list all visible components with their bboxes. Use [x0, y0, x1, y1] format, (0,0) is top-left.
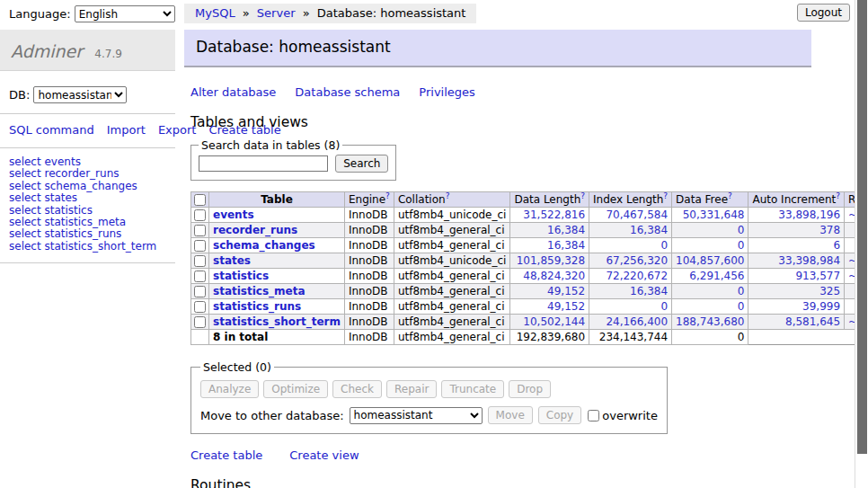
vertical-scrollbar[interactable]	[855, 0, 868, 488]
sidebar-item-select-statistics[interactable]: select statistics	[9, 205, 175, 217]
search-button[interactable]: Search	[335, 155, 388, 173]
cell-collation: utf8mb4_general_ci	[394, 315, 510, 330]
column-header-auto-increment: Auto Increment?	[748, 192, 845, 208]
cell-auto-increment[interactable]: 325	[748, 284, 845, 299]
cell-data-free[interactable]: 0	[672, 299, 748, 315]
tables-heading: Tables and views	[190, 114, 855, 130]
help-link-data-length[interactable]: ?	[580, 192, 585, 201]
cell-auto-increment[interactable]: 39,999	[748, 299, 845, 315]
db-label: DB:	[9, 88, 30, 102]
row-checkbox-schema-changes[interactable]	[194, 240, 206, 252]
cell-auto-increment[interactable]: 378	[748, 223, 845, 238]
toolbar-link-database-schema[interactable]: Database schema	[295, 85, 400, 99]
table-total-row: 8 in total InnoDB utf8mb4_general_ci 192…	[191, 330, 868, 345]
cell-data-length[interactable]: 48,824,320	[510, 269, 589, 284]
overwrite-checkbox[interactable]	[588, 410, 599, 421]
help-link-index-length[interactable]: ?	[663, 192, 668, 201]
cell-data-length[interactable]: 16,384	[510, 223, 589, 238]
sidebar-item-select-recorder-runs[interactable]: select recorder_runs	[9, 168, 175, 180]
cell-auto-increment[interactable]: 6	[748, 238, 845, 253]
table-row-schema-changes: schema_changesInnoDButf8mb4_general_ci16…	[191, 238, 868, 253]
cell-index-length[interactable]: 72,220,672	[589, 269, 672, 284]
cell-auto-increment[interactable]: 913,577	[748, 269, 845, 284]
cell-auto-increment[interactable]: 8,581,645	[748, 315, 845, 330]
link-create-view[interactable]: Create view	[289, 448, 359, 462]
help-link-data-free[interactable]: ?	[728, 192, 732, 201]
cell-index-length[interactable]: 70,467,584	[589, 208, 672, 223]
toolbar-link-privileges[interactable]: Privileges	[419, 85, 475, 99]
table-link-events[interactable]: events	[213, 209, 254, 221]
divider	[0, 147, 175, 148]
cell-data-length[interactable]: 49,152	[510, 299, 589, 315]
cell-data-free[interactable]: 0	[672, 238, 748, 253]
cell-auto-increment[interactable]: 33,898,196	[748, 208, 845, 223]
link-create-table[interactable]: Create table	[190, 448, 262, 462]
sidebar-item-select-events[interactable]: select events	[9, 156, 175, 168]
app-version: 4.7.9	[94, 48, 122, 60]
scrollbar-thumb[interactable]	[857, 0, 867, 454]
cell-data-length[interactable]: 31,522,816	[510, 208, 589, 223]
language-select[interactable]: English	[75, 5, 175, 22]
column-header-table: Table	[209, 192, 345, 208]
cell-index-length[interactable]: 0	[589, 299, 672, 315]
table-row-recorder-runs: recorder_runsInnoDButf8mb4_general_ci16,…	[191, 223, 868, 238]
cell-data-length[interactable]: 10,502,144	[510, 315, 589, 330]
cell-collation: utf8mb4_general_ci	[394, 238, 510, 253]
table-row-statistics-meta: statistics_metaInnoDButf8mb4_general_ci4…	[191, 284, 868, 299]
cell-data-length[interactable]: 16,384	[510, 238, 589, 253]
app-title: Adminer	[11, 41, 83, 61]
toolbar-link-alter-database[interactable]: Alter database	[190, 85, 276, 99]
cell-data-free[interactable]: 188,743,680	[672, 315, 748, 330]
action-button-analyze: Analyze	[200, 380, 259, 398]
sidebar-item-select-states[interactable]: select states	[9, 192, 175, 204]
row-checkbox-states[interactable]	[194, 255, 206, 267]
cell-index-length[interactable]: 0	[589, 238, 672, 253]
move-label: Move to other database:	[200, 409, 344, 422]
cell-index-length[interactable]: 16,384	[589, 223, 672, 238]
table-link-recorder-runs[interactable]: recorder_runs	[213, 224, 297, 236]
select-all-checkbox[interactable]	[194, 194, 206, 206]
breadcrumb-item-server[interactable]: Server	[257, 6, 296, 20]
help-link-auto-increment[interactable]: ?	[836, 192, 840, 201]
row-checkbox-statistics-runs[interactable]	[194, 301, 206, 313]
help-link-collation[interactable]: ?	[446, 192, 450, 201]
sidebar-action-import[interactable]: Import	[107, 123, 146, 137]
cell-auto-increment[interactable]: 33,398,984	[748, 253, 845, 269]
cell-data-length[interactable]: 49,152	[510, 284, 589, 299]
help-link-engine[interactable]: ?	[385, 192, 390, 201]
row-checkbox-recorder-runs[interactable]	[194, 225, 206, 236]
sidebar-item-select-statistics-runs[interactable]: select statistics_runs	[9, 228, 175, 240]
overwrite-label: overwrite	[602, 409, 658, 422]
cell-data-free[interactable]: 0	[672, 284, 748, 299]
cell-index-length[interactable]: 24,166,400	[589, 315, 672, 330]
row-checkbox-statistics-short-term[interactable]	[194, 316, 206, 328]
move-db-select[interactable]: homeassistant	[350, 407, 483, 424]
cell-index-length[interactable]: 67,256,320	[589, 253, 672, 269]
logout-button[interactable]: Logout	[797, 4, 850, 22]
breadcrumb-item-mysql[interactable]: MySQL	[195, 6, 235, 20]
table-link-statistics-runs[interactable]: statistics_runs	[213, 300, 301, 313]
table-link-statistics-short-term[interactable]: statistics_short_term	[213, 315, 341, 328]
db-select[interactable]: homeassistant	[33, 86, 127, 103]
search-input[interactable]	[199, 155, 328, 172]
cell-data-length[interactable]: 101,859,328	[510, 253, 589, 269]
table-link-schema-changes[interactable]: schema_changes	[213, 239, 315, 252]
table-link-statistics[interactable]: statistics	[213, 270, 269, 282]
sidebar-item-select-statistics-short-term[interactable]: select statistics_short_term	[9, 241, 175, 253]
table-link-states[interactable]: states	[213, 254, 251, 267]
table-link-statistics-meta[interactable]: statistics_meta	[213, 285, 306, 297]
cell-data-free[interactable]: 104,857,600	[672, 253, 748, 269]
cell-index-length[interactable]: 16,384	[589, 284, 672, 299]
action-button-optimize: Optimize	[263, 380, 328, 398]
cell-data-free[interactable]: 0	[672, 223, 748, 238]
cell-data-free[interactable]: 6,291,456	[672, 269, 748, 284]
row-checkbox-events[interactable]	[194, 209, 206, 221]
sidebar-action-sql-command[interactable]: SQL command	[9, 123, 94, 137]
row-checkbox-statistics-meta[interactable]	[194, 286, 206, 297]
row-checkbox-statistics[interactable]	[194, 271, 206, 282]
header-checkbox-cell	[191, 192, 209, 208]
sidebar-item-select-schema-changes[interactable]: select schema_changes	[9, 181, 175, 192]
cell-engine: InnoDB	[344, 253, 394, 269]
cell-data-free[interactable]: 50,331,648	[672, 208, 748, 223]
sidebar-item-select-statistics-meta[interactable]: select statistics_meta	[9, 217, 175, 228]
